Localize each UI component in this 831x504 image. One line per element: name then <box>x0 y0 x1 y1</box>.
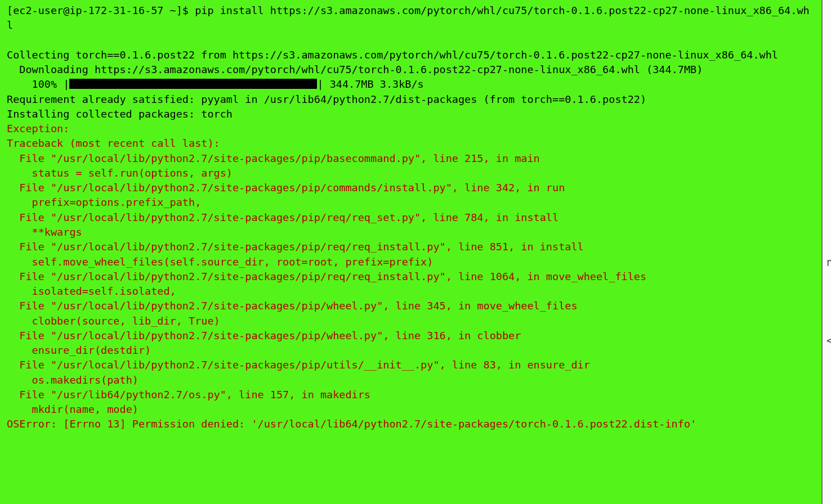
terminal-line: Downloading https://s3.amazonaws.com/pyt… <box>7 62 815 77</box>
traceback-line: clobber(source, lib_dir, True) <box>7 314 815 328</box>
traceback-line: File "/usr/local/lib/python2.7/site-pack… <box>7 299 815 313</box>
traceback-line: File "/usr/local/lib/python2.7/site-pack… <box>7 328 815 343</box>
terminal-line: 100% || 344.7MB 3.3kB/s <box>7 77 815 92</box>
traceback-line: isolated=self.isolated, <box>7 284 815 299</box>
progress-prefix: 100% | <box>7 78 69 90</box>
traceback-line: File "/usr/lib64/python2.7/os.py", line … <box>7 388 815 402</box>
traceback-line: self.move_wheel_files(self.source_dir, r… <box>7 255 815 269</box>
oserror-line: OSError: [Errno 13] Permission denied: '… <box>7 417 815 431</box>
terminal-line: Requirement already satisfied: pyyaml in… <box>7 92 815 107</box>
progress-suffix: | 344.7MB 3.3kB/s <box>317 78 423 90</box>
terminal-window[interactable]: [ec2-user@ip-172-31-16-57 ~]$ pip instal… <box>0 0 823 504</box>
traceback-line: mkdir(name, mode) <box>7 402 815 417</box>
traceback-line: File "/usr/local/lib/python2.7/site-pack… <box>7 269 815 284</box>
traceback-line: File "/usr/local/lib/python2.7/site-pack… <box>7 210 815 225</box>
progress-bar <box>69 79 317 89</box>
traceback-header: Traceback (most recent call last): <box>7 136 815 151</box>
traceback-line: status = self.run(options, args) <box>7 166 815 181</box>
traceback-line: File "/usr/local/lib/python2.7/site-pack… <box>7 358 815 372</box>
background-text: <m <box>826 333 831 348</box>
traceback-line: prefix=options.prefix_path, <box>7 195 815 210</box>
traceback-line: File "/usr/local/lib/python2.7/site-pack… <box>7 181 815 195</box>
terminal-line: [ec2-user@ip-172-31-16-57 ~]$ pip instal… <box>7 3 815 33</box>
traceback-line: ensure_dir(destdir) <box>7 343 815 358</box>
scrollbar-track[interactable] <box>823 0 831 504</box>
traceback-line: File "/usr/local/lib/python2.7/site-pack… <box>7 240 815 254</box>
exception-line: Exception: <box>7 122 815 136</box>
traceback-line: **kwargs <box>7 225 815 240</box>
terminal-line: Collecting torch==0.1.6.post22 from http… <box>7 48 815 62</box>
shell-prompt: [ec2-user@ip-172-31-16-57 ~]$ <box>7 4 195 16</box>
background-text: nu <box>826 255 831 270</box>
terminal-line: Installing collected packages: torch <box>7 107 815 122</box>
traceback-line: os.makedirs(path) <box>7 373 815 388</box>
traceback-line: File "/usr/local/lib/python2.7/site-pack… <box>7 151 815 166</box>
